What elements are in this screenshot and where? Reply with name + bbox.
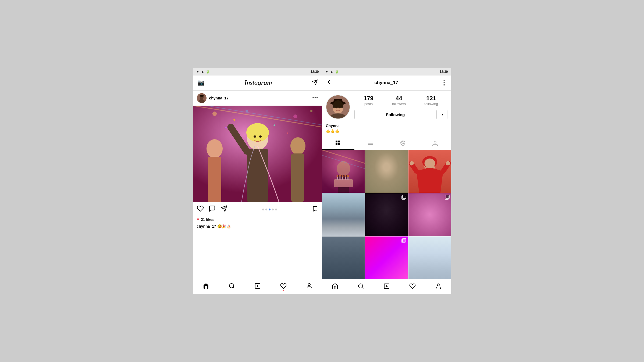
svg-line-68 [322, 155, 365, 169]
svg-rect-103 [354, 218, 358, 236]
svg-point-169 [395, 249, 398, 252]
svg-rect-135 [325, 251, 334, 266]
svg-point-95 [340, 206, 341, 210]
carousel-indicator [262, 209, 277, 210]
post-avatar[interactable] [197, 93, 207, 103]
grid-item-4[interactable] [322, 193, 365, 236]
svg-point-117 [390, 216, 399, 224]
battery-icon: 🔋 [206, 70, 210, 74]
tab-tagged[interactable] [419, 137, 451, 150]
grid-item-1[interactable] [322, 150, 365, 193]
camera-icon[interactable]: 📷 [197, 79, 205, 86]
svg-point-154 [359, 263, 361, 265]
followers-stat[interactable]: 44 followers [392, 95, 406, 106]
caption-username[interactable]: chynna_17 [197, 224, 216, 228]
home-tab-right[interactable] [332, 283, 338, 291]
home-tab[interactable] [203, 283, 209, 291]
dot-4 [272, 209, 274, 210]
svg-rect-55 [338, 175, 349, 192]
likes-count[interactable]: 21 likes [201, 217, 215, 222]
svg-point-146 [344, 261, 346, 263]
svg-point-162 [383, 245, 390, 252]
svg-point-147 [346, 263, 348, 265]
svg-point-36 [308, 284, 310, 286]
post-more-button[interactable]: ••• [312, 95, 318, 101]
profile-bio: Chynna 🤙🤙🤙 [322, 124, 451, 137]
svg-point-109 [377, 204, 396, 223]
activity-tab-right[interactable] [409, 283, 416, 291]
activity-tab[interactable] [280, 283, 287, 291]
tab-list[interactable] [354, 137, 387, 150]
grid-item-2[interactable] [365, 150, 408, 193]
search-tab[interactable] [229, 283, 235, 291]
svg-point-97 [353, 205, 355, 208]
post-header: chynna_17 ••• [193, 91, 322, 106]
svg-rect-151 [354, 258, 361, 265]
grid-item-8[interactable] [365, 236, 408, 279]
svg-rect-58 [339, 176, 340, 180]
svg-line-67 [322, 150, 365, 163]
svg-point-180 [418, 241, 431, 248]
svg-rect-130 [442, 217, 449, 236]
dot-5 [275, 209, 277, 210]
svg-point-183 [435, 239, 446, 244]
svg-point-70 [373, 159, 400, 186]
caption-text: 😘🎉🎂 [217, 224, 231, 228]
tab-location[interactable] [387, 137, 419, 150]
grid-item-9[interactable] [408, 236, 451, 279]
svg-point-100 [324, 209, 335, 223]
following-stat[interactable]: 121 following [424, 95, 438, 106]
svg-point-125 [422, 205, 432, 216]
status-bar-left: ▼ ▲ 🔋 12:30 [193, 68, 322, 76]
share-button[interactable] [220, 205, 227, 214]
back-button[interactable] [326, 79, 332, 87]
svg-point-64 [342, 175, 343, 177]
comment-button[interactable] [209, 205, 216, 214]
profile-tab-right[interactable] [435, 283, 442, 291]
svg-point-118 [379, 225, 395, 236]
grid-item-5[interactable] [365, 193, 408, 236]
post-username[interactable]: chynna_17 [209, 96, 229, 100]
tab-grid[interactable] [322, 137, 354, 150]
svg-rect-60 [345, 176, 346, 180]
svg-point-24 [310, 110, 312, 112]
follow-dropdown-button[interactable]: ▾ [438, 110, 447, 119]
svg-point-75 [389, 168, 393, 172]
svg-rect-124 [414, 217, 422, 236]
profile-tab[interactable] [306, 283, 312, 291]
svg-point-89 [336, 201, 337, 205]
stats-row: 179 posts 44 followers 121 following [354, 95, 447, 106]
svg-point-115 [381, 209, 393, 221]
svg-rect-133 [322, 236, 365, 279]
profile-menu-button[interactable]: ⋮ [441, 79, 447, 87]
svg-rect-56 [334, 179, 353, 187]
grid-item-3[interactable] [408, 150, 451, 193]
like-button[interactable] [197, 205, 204, 214]
svg-point-111 [381, 202, 390, 210]
multi-photo-icon [401, 195, 406, 201]
add-post-tab[interactable] [254, 283, 261, 291]
grid-item-6[interactable] [408, 193, 451, 236]
svg-line-32 [233, 287, 234, 288]
svg-point-63 [339, 174, 341, 177]
profile-nav: chynna_17 ⋮ [322, 76, 451, 91]
svg-point-19 [290, 137, 305, 155]
svg-point-92 [355, 198, 358, 202]
svg-point-178 [408, 270, 421, 278]
direct-message-icon[interactable] [312, 79, 318, 87]
following-button[interactable]: Following [354, 110, 437, 119]
search-tab-right[interactable] [358, 283, 364, 291]
svg-line-166 [377, 250, 384, 255]
battery-icon-right: 🔋 [335, 70, 339, 74]
svg-rect-44 [336, 141, 337, 142]
bookmark-button[interactable] [312, 206, 318, 213]
profile-avatar[interactable] [326, 95, 350, 119]
multi-photo-icon-3 [401, 238, 406, 244]
svg-point-86 [446, 161, 450, 166]
svg-rect-47 [338, 143, 340, 145]
svg-point-152 [354, 261, 357, 264]
bio-text: 🤙🤙🤙 [326, 129, 447, 133]
grid-item-7[interactable] [322, 236, 365, 279]
add-post-tab-right[interactable] [383, 283, 390, 291]
svg-rect-175 [408, 236, 451, 279]
